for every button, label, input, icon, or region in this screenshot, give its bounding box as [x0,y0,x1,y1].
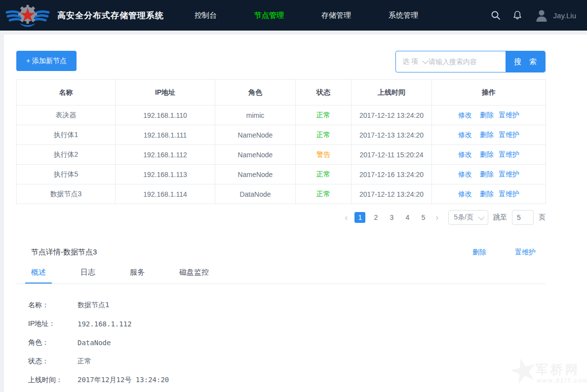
prev-page-icon[interactable]: ‹ [343,213,350,222]
maintain-link[interactable]: 置维护 [499,190,519,198]
page-3[interactable]: 3 [386,212,397,223]
status-badge: 警告 [296,145,352,165]
field-ip: IP地址： 192.168.1.112 [28,315,546,333]
cell-time: 2017-12-13 13:24:20 [352,125,432,145]
jump-page-input[interactable] [512,210,534,225]
tab-services[interactable]: 服务 [130,268,145,284]
tab-divider [16,284,546,284]
search-input[interactable] [427,51,506,72]
detail-maintain-link[interactable]: 置维护 [515,248,536,257]
tab-logs[interactable]: 日志 [80,268,95,284]
detail-fields: 名称： 数据节点1 IP地址： 192.168.1.112 角色： DataNo… [28,296,546,390]
cell-time: 2017-12-12 13:24:20 [352,106,432,125]
table-row: 执行体1 192.168.1.111 NameNode 正常 2017-12-1… [17,125,546,145]
main-nav: 控制台 节点管理 存储管理 系统管理 [195,11,418,20]
app-title: 高安全分布式存储管理系统 [57,10,164,21]
cell-time: 2017-12-16 13:24:20 [352,165,432,184]
detail-tabs: 概述 日志 服务 磁盘监控 [31,268,546,284]
delete-link[interactable]: 删除 [480,111,494,119]
page-size-label: 5条/页 [454,213,473,222]
tab-overview[interactable]: 概述 [31,268,46,284]
cell-time: 2017-12-11 15:20:24 [352,145,432,165]
delete-link[interactable]: 删除 [480,170,494,178]
table-row: 执行体5 192.168.1.113 NameNode 正常 2017-12-1… [17,165,546,184]
cell-role: NameNode [215,125,296,145]
cell-role: NameNode [215,145,296,165]
pagination: ‹ 1 2 3 4 5 › 5条/页 跳至 页 [16,210,546,225]
cell-ip: 192.168.1.111 [116,125,215,145]
edit-link[interactable]: 修改 [458,170,472,178]
nav-item-console[interactable]: 控制台 [195,11,217,20]
cell-ip: 192.168.1.114 [116,184,215,204]
cell-role: DataNode [215,184,296,204]
search-option-select[interactable]: 选 项 [396,51,427,72]
jump-label: 跳至 [493,213,507,222]
navbar-right: Jay.Liu [491,8,576,23]
col-actions: 操作 [432,80,546,106]
cell-name: 执行体5 [17,165,116,184]
chevron-down-icon [478,214,485,220]
detail-title: 节点详情-数据节点3 [31,248,97,257]
table-row: 执行体2 192.168.1.112 NameNode 警告 2017-12-1… [17,145,546,165]
cell-name: 表决器 [17,106,116,125]
tab-disk-monitor[interactable]: 磁盘监控 [179,268,209,284]
maintain-link[interactable]: 置维护 [499,170,519,178]
search-group: 选 项 搜 索 [395,51,546,72]
cell-ip: 192.168.1.112 [116,145,215,165]
detail-delete-link[interactable]: 删除 [472,248,486,257]
user-menu[interactable]: Jay.Liu [534,8,576,23]
delete-link[interactable]: 删除 [480,190,494,198]
table-row: 数据节点3 192.168.1.114 DataNode 正常 2017-12-… [17,184,546,204]
next-page-icon[interactable]: › [433,213,440,222]
avatar [534,8,549,23]
page-2[interactable]: 2 [370,212,381,223]
cell-role: mimic [215,106,296,125]
cell-name: 数据节点3 [17,184,116,204]
detail-header: 节点详情-数据节点3 删除 置维护 [16,248,546,257]
status-badge: 正常 [296,106,352,125]
delete-link[interactable]: 删除 [480,131,494,139]
nav-item-system-management[interactable]: 系统管理 [389,11,418,20]
col-name: 名称 [17,80,116,106]
nav-item-node-management[interactable]: 节点管理 [254,11,284,20]
col-ip: IP地址 [116,80,215,106]
field-status: 状态： 正常 [28,352,546,371]
cell-name: 执行体1 [17,125,116,145]
user-name: Jay.Liu [553,11,576,20]
cell-name: 执行体2 [17,145,116,165]
maintain-link[interactable]: 置维护 [499,150,519,158]
search-icon[interactable] [491,10,501,20]
field-online-time: 上线时间： 2017年12月12号 13:24:20 [28,371,546,390]
edit-link[interactable]: 修改 [458,150,472,158]
page-1[interactable]: 1 [354,212,365,223]
cell-ip: 192.168.1.113 [116,165,215,184]
maintain-link[interactable]: 置维护 [499,111,519,119]
status-badge: 正常 [296,165,352,184]
edit-link[interactable]: 修改 [458,111,472,119]
main-panel: + 添加新节点 选 项 搜 索 名称 IP地址 角色 状态 上线时间 [4,35,587,392]
page-size-select[interactable]: 5条/页 [448,210,488,225]
bell-icon[interactable] [512,10,522,20]
delete-link[interactable]: 删除 [480,150,494,158]
edit-link[interactable]: 修改 [458,190,472,198]
search-option-label: 选 项 [402,57,418,66]
field-name: 名称： 数据节点1 [28,296,546,315]
col-status: 状态 [296,80,352,106]
nav-item-storage-management[interactable]: 存储管理 [321,11,351,20]
maintain-link[interactable]: 置维护 [499,131,519,139]
table-row: 表决器 192.168.1.110 mimic 正常 2017-12-12 13… [17,106,546,125]
field-role: 角色： DataNode [28,333,546,352]
col-role: 角色 [215,80,296,106]
node-table: 名称 IP地址 角色 状态 上线时间 操作 表决器 192.168.1.110 … [16,79,546,204]
add-node-button[interactable]: + 添加新节点 [16,51,77,71]
status-badge: 正常 [296,184,352,204]
app-logo-icon [5,2,50,28]
table-header-row: 名称 IP地址 角色 状态 上线时间 操作 [17,80,546,106]
jump-suffix: 页 [539,213,546,222]
cell-time: 2017-12-12 13:24:20 [352,184,432,204]
page-4[interactable]: 4 [402,212,413,223]
page-5[interactable]: 5 [418,212,429,223]
edit-link[interactable]: 修改 [458,131,472,139]
col-online-time: 上线时间 [352,80,432,106]
search-button[interactable]: 搜 索 [506,51,545,72]
